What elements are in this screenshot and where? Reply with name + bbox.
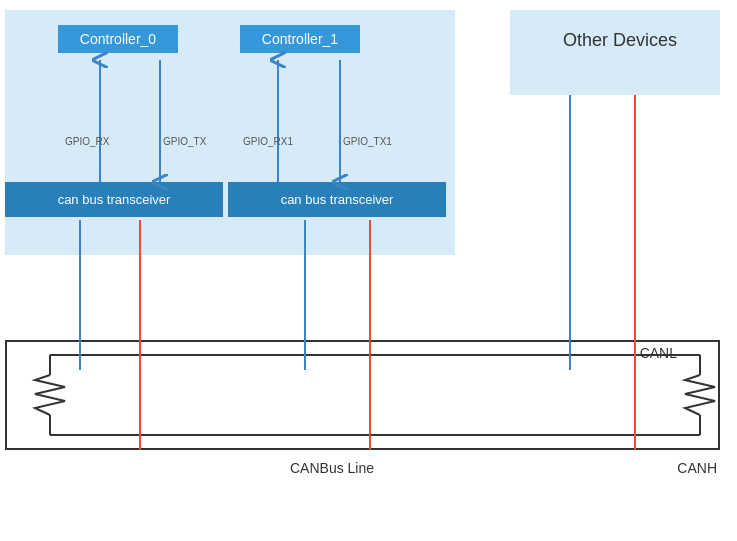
controller-0-box: Controller_0 bbox=[58, 25, 178, 53]
canl-label: CANL bbox=[640, 345, 677, 361]
diagram: Other Devices Controller_0 Controller_1 … bbox=[0, 0, 737, 541]
canh-label: CANH bbox=[677, 460, 717, 476]
other-devices-label: Other Devices bbox=[525, 30, 715, 51]
transceiver-0-box: can bus transceiver bbox=[5, 182, 223, 217]
right-background bbox=[510, 10, 720, 95]
canbus-line-label: CANBus Line bbox=[290, 460, 374, 476]
controller-1-box: Controller_1 bbox=[240, 25, 360, 53]
canbus-line-box bbox=[5, 340, 720, 450]
transceiver-1-box: can bus transceiver bbox=[228, 182, 446, 217]
